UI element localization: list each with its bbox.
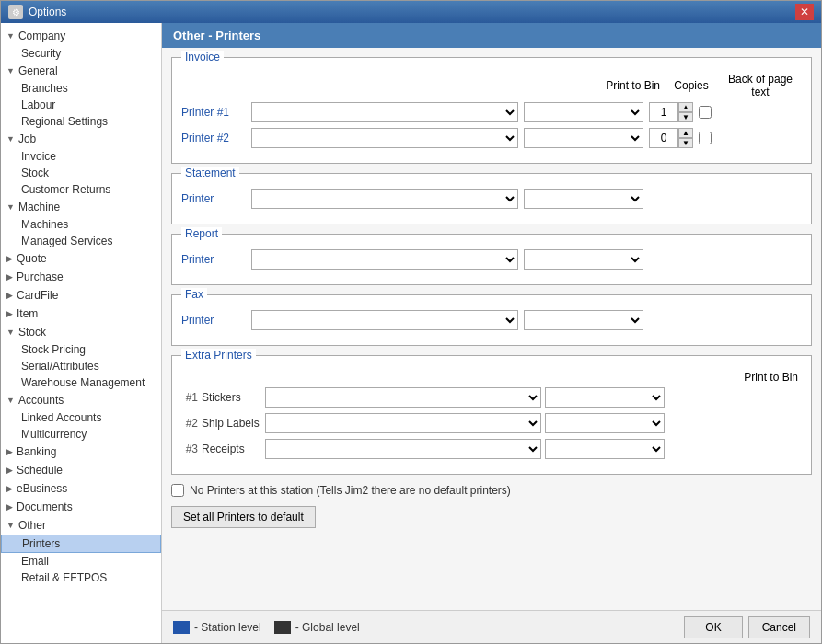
printer2-label: Printer #2 — [181, 132, 246, 144]
printer1-copies-down[interactable]: ▼ — [678, 112, 693, 122]
global-level-label: - Global level — [295, 621, 360, 634]
ok-button[interactable]: OK — [684, 616, 742, 638]
sidebar-item-branches[interactable]: Branches — [1, 80, 161, 97]
sidebar-section-job[interactable]: ▼ Job — [1, 130, 161, 148]
sidebar-item-cardfile[interactable]: ▶ CardFile — [1, 286, 161, 305]
invoice-headers: Print to Bin Copies Back of page text — [246, 73, 802, 98]
printer2-copies-up[interactable]: ▲ — [678, 128, 693, 138]
sidebar-section-accounts[interactable]: ▼ Accounts — [1, 391, 161, 409]
sidebar-section-machine-label: Machine — [18, 201, 60, 213]
no-printer-checkbox[interactable] — [171, 484, 184, 497]
sidebar-item-warehouse-management[interactable]: Warehouse Management — [1, 374, 161, 391]
main-content-area: ▼ Company Security ▼ General Branches La… — [1, 23, 821, 643]
printer1-select[interactable] — [251, 102, 518, 122]
set-default-button[interactable]: Set all Printers to default — [171, 506, 316, 528]
extra-stickers-bin-select[interactable] — [545, 387, 665, 408]
extra-ship-labels-bin-select[interactable] — [545, 413, 665, 433]
sidebar-item-linked-accounts[interactable]: Linked Accounts — [1, 409, 161, 426]
statement-legend: Statement — [181, 167, 239, 179]
extra-receipts-bin-select[interactable] — [545, 439, 665, 459]
printer1-back-checkbox[interactable] — [699, 106, 712, 119]
extra-receipts-printer-select[interactable] — [265, 439, 541, 459]
sidebar-section-stock-label: Stock — [18, 326, 46, 339]
triangle-accounts: ▼ — [6, 396, 15, 405]
sidebar-item-regional-settings[interactable]: Regional Settings — [1, 113, 161, 130]
triangle-cardfile: ▶ — [6, 291, 13, 300]
extra-headers: Print to Bin — [262, 371, 802, 384]
sidebar-item-machines[interactable]: Machines — [1, 216, 161, 233]
sidebar-item-ebusiness[interactable]: ▶ eBusiness — [1, 479, 161, 498]
sidebar-item-customer-returns[interactable]: Customer Returns — [1, 181, 161, 198]
printer1-row: Printer #1 ▲ ▼ — [181, 102, 802, 122]
extra-name-stickers: Stickers — [202, 391, 261, 404]
printer2-copies-down[interactable]: ▼ — [678, 138, 693, 148]
printer1-copies-up[interactable]: ▲ — [678, 102, 693, 112]
sidebar-item-item-label: Item — [17, 307, 38, 320]
sidebar-item-stock[interactable]: Stock — [1, 165, 161, 181]
report-section: Report Printer — [171, 234, 812, 285]
sidebar-section-machine[interactable]: ▼ Machine — [1, 198, 161, 216]
printer2-spin-buttons: ▲ ▼ — [678, 128, 693, 148]
statement-printer-select[interactable] — [251, 189, 518, 209]
report-bin-select[interactable] — [524, 249, 643, 270]
sidebar-section-general[interactable]: ▼ General — [1, 62, 161, 80]
sidebar-item-email[interactable]: Email — [1, 553, 161, 569]
printer2-bin-select[interactable] — [524, 128, 643, 148]
printer2-copies-input[interactable] — [649, 128, 678, 148]
triangle-quote: ▶ — [6, 254, 13, 263]
sidebar-item-documents[interactable]: ▶ Documents — [1, 498, 161, 516]
sidebar-section-other[interactable]: ▼ Other — [1, 516, 161, 535]
sidebar-item-printers[interactable]: Printers — [1, 535, 161, 553]
sidebar-item-banking[interactable]: ▶ Banking — [1, 443, 161, 461]
invoice-legend: Invoice — [181, 51, 224, 63]
sidebar-item-invoice[interactable]: Invoice — [1, 148, 161, 165]
fax-printer-select[interactable] — [251, 310, 518, 330]
sidebar-item-stock-pricing[interactable]: Stock Pricing — [1, 341, 161, 358]
triangle-ebusiness: ▶ — [6, 484, 13, 493]
station-level-item: - Station level — [173, 621, 261, 634]
window-title: Options — [29, 6, 66, 18]
sidebar-item-retail-eftpos[interactable]: Retail & EFTPOS — [1, 569, 161, 586]
printer2-select[interactable] — [251, 128, 518, 148]
sidebar-item-schedule[interactable]: ▶ Schedule — [1, 461, 161, 479]
cancel-button[interactable]: Cancel — [748, 616, 810, 638]
printer1-bin-select[interactable] — [524, 102, 643, 122]
sidebar-item-ebusiness-label: eBusiness — [17, 482, 67, 495]
sidebar-item-managed-services[interactable]: Managed Services — [1, 233, 161, 249]
triangle-item: ▶ — [6, 309, 13, 318]
title-bar: ⚙ Options ✕ — [1, 1, 821, 23]
statement-section: Statement Printer — [171, 173, 812, 224]
sidebar-item-security[interactable]: Security — [1, 45, 161, 62]
panel-title: Other - Printers — [162, 23, 821, 48]
extra-name-ship-labels: Ship Labels — [202, 417, 261, 430]
report-legend: Report — [181, 227, 222, 240]
close-button[interactable]: ✕ — [795, 4, 814, 20]
sidebar-item-serial-attributes[interactable]: Serial/Attributes — [1, 358, 161, 374]
fax-section: Fax Printer — [171, 294, 812, 346]
sidebar-item-purchase[interactable]: ▶ Purchase — [1, 268, 161, 286]
extra-stickers-printer-select[interactable] — [265, 387, 541, 408]
sidebar-section-general-label: General — [18, 64, 58, 77]
sidebar-item-banking-label: Banking — [17, 445, 56, 458]
sidebar-item-quote-label: Quote — [17, 252, 47, 265]
sidebar-section-company[interactable]: ▼ Company — [1, 27, 161, 45]
triangle-general: ▼ — [6, 66, 15, 75]
report-printer-select[interactable] — [251, 249, 518, 270]
sidebar-item-multicurrency[interactable]: Multicurrency — [1, 426, 161, 443]
printer2-back-checkbox[interactable] — [699, 132, 712, 144]
sidebar-item-quote[interactable]: ▶ Quote — [1, 249, 161, 268]
sidebar-item-item[interactable]: ▶ Item — [1, 305, 161, 323]
statement-printer-row: Printer — [181, 189, 802, 209]
extra-row-receipts: #3 Receipts — [181, 439, 802, 459]
extra-ship-labels-printer-select[interactable] — [265, 413, 541, 433]
printer1-copies-input[interactable] — [649, 102, 678, 122]
triangle-job: ▼ — [6, 134, 15, 144]
sidebar-item-labour[interactable]: Labour — [1, 97, 161, 113]
print-to-bin-header: Print to Bin — [544, 79, 664, 92]
statement-bin-select[interactable] — [524, 189, 643, 209]
title-bar-left: ⚙ Options — [8, 5, 66, 19]
fax-bin-select[interactable] — [524, 310, 643, 330]
copies-header: Copies — [664, 79, 719, 92]
extra-printers-legend: Extra Printers — [181, 349, 256, 362]
sidebar-section-stock[interactable]: ▼ Stock — [1, 323, 161, 341]
